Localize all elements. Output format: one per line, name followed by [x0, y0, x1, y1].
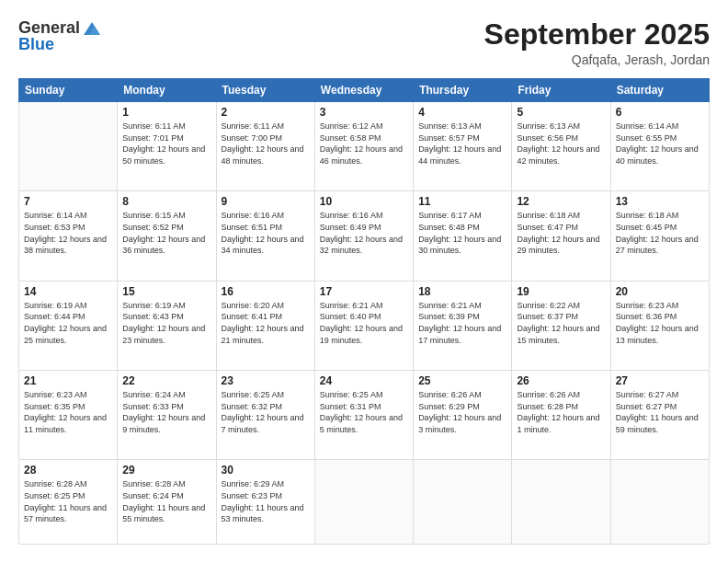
cell-sunrise: Sunrise: 6:14 AMSunset: 6:55 PMDaylight:…: [616, 121, 699, 166]
header-wednesday: Wednesday: [314, 79, 413, 102]
calendar-week-row: 28 Sunrise: 6:28 AMSunset: 6:25 PMDaylig…: [19, 460, 710, 545]
table-row: 24 Sunrise: 6:25 AMSunset: 6:31 PMDaylig…: [314, 371, 413, 460]
cell-sunrise: Sunrise: 6:21 AMSunset: 6:40 PMDaylight:…: [320, 301, 403, 345]
cell-sunrise: Sunrise: 6:19 AMSunset: 6:43 PMDaylight:…: [122, 301, 205, 345]
day-number: 3: [320, 106, 408, 119]
cell-sunrise: Sunrise: 6:28 AMSunset: 6:25 PMDaylight:…: [24, 479, 107, 523]
cell-sunrise: Sunrise: 6:18 AMSunset: 6:47 PMDaylight:…: [517, 211, 599, 255]
calendar-table: Sunday Monday Tuesday Wednesday Thursday…: [18, 78, 710, 545]
day-number: 29: [122, 464, 210, 477]
day-number: 25: [418, 374, 506, 387]
calendar-week-row: 14 Sunrise: 6:19 AMSunset: 6:44 PMDaylig…: [19, 281, 710, 370]
table-row: 25 Sunrise: 6:26 AMSunset: 6:29 PMDaylig…: [414, 371, 512, 460]
table-row: 2 Sunrise: 6:11 AMSunset: 7:00 PMDayligh…: [216, 102, 314, 191]
cell-sunrise: Sunrise: 6:15 AMSunset: 6:52 PMDaylight:…: [122, 211, 205, 255]
day-number: 4: [418, 106, 506, 119]
logo: General Blue: [18, 18, 102, 55]
logo-icon: [82, 18, 102, 39]
day-number: 8: [122, 195, 210, 208]
table-row: 15 Sunrise: 6:19 AMSunset: 6:43 PMDaylig…: [118, 281, 216, 370]
cell-sunrise: Sunrise: 6:29 AMSunset: 6:23 PMDaylight:…: [222, 479, 304, 523]
table-row: 28 Sunrise: 6:28 AMSunset: 6:25 PMDaylig…: [19, 460, 118, 545]
day-number: 7: [24, 195, 112, 208]
calendar-week-row: 7 Sunrise: 6:14 AMSunset: 6:53 PMDayligh…: [19, 191, 710, 281]
table-row: 20 Sunrise: 6:23 AMSunset: 6:36 PMDaylig…: [610, 281, 709, 370]
table-row: 19 Sunrise: 6:22 AMSunset: 6:37 PMDaylig…: [512, 281, 610, 370]
day-number: 5: [517, 106, 605, 119]
day-number: 13: [616, 195, 704, 208]
cell-sunrise: Sunrise: 6:17 AMSunset: 6:48 PMDaylight:…: [418, 211, 501, 255]
header-thursday: Thursday: [414, 79, 512, 102]
cell-sunrise: Sunrise: 6:16 AMSunset: 6:49 PMDaylight:…: [320, 211, 403, 255]
header-tuesday: Tuesday: [216, 79, 314, 102]
table-row: 18 Sunrise: 6:21 AMSunset: 6:39 PMDaylig…: [414, 281, 512, 370]
day-number: 9: [222, 195, 310, 208]
logo-blue-text: Blue: [18, 35, 54, 55]
cell-sunrise: Sunrise: 6:26 AMSunset: 6:28 PMDaylight:…: [517, 390, 599, 434]
month-year-title: September 2025: [484, 18, 710, 51]
location-subtitle: Qafqafa, Jerash, Jordan: [484, 52, 710, 67]
table-row: [512, 460, 610, 545]
cell-sunrise: Sunrise: 6:21 AMSunset: 6:39 PMDaylight:…: [418, 301, 501, 345]
calendar-body: 1 Sunrise: 6:11 AMSunset: 7:01 PMDayligh…: [19, 102, 710, 545]
day-number: 6: [616, 106, 704, 119]
table-row: 13 Sunrise: 6:18 AMSunset: 6:45 PMDaylig…: [610, 191, 709, 281]
day-number: 30: [222, 464, 310, 477]
day-number: 22: [122, 374, 210, 387]
day-number: 17: [320, 285, 408, 298]
day-number: 11: [418, 195, 506, 208]
table-row: [314, 460, 413, 545]
table-row: 14 Sunrise: 6:19 AMSunset: 6:44 PMDaylig…: [19, 281, 118, 370]
table-row: 10 Sunrise: 6:16 AMSunset: 6:49 PMDaylig…: [314, 191, 413, 281]
cell-sunrise: Sunrise: 6:23 AMSunset: 6:36 PMDaylight:…: [616, 301, 699, 345]
cell-sunrise: Sunrise: 6:20 AMSunset: 6:41 PMDaylight:…: [222, 301, 304, 345]
day-number: 10: [320, 195, 408, 208]
cell-sunrise: Sunrise: 6:11 AMSunset: 7:00 PMDaylight:…: [222, 121, 304, 166]
header-saturday: Saturday: [610, 79, 709, 102]
day-number: 1: [122, 106, 210, 119]
cell-sunrise: Sunrise: 6:12 AMSunset: 6:58 PMDaylight:…: [320, 121, 403, 166]
day-number: 28: [24, 464, 112, 477]
table-row: [414, 460, 512, 545]
table-row: 22 Sunrise: 6:24 AMSunset: 6:33 PMDaylig…: [118, 371, 216, 460]
page: General Blue September 2025 Qafqafa, Jer…: [0, 0, 728, 563]
day-number: 19: [517, 285, 605, 298]
table-row: 30 Sunrise: 6:29 AMSunset: 6:23 PMDaylig…: [216, 460, 314, 545]
header-sunday: Sunday: [19, 79, 118, 102]
table-row: 4 Sunrise: 6:13 AMSunset: 6:57 PMDayligh…: [414, 102, 512, 191]
cell-sunrise: Sunrise: 6:19 AMSunset: 6:44 PMDaylight:…: [24, 301, 107, 345]
table-row: 21 Sunrise: 6:23 AMSunset: 6:35 PMDaylig…: [19, 371, 118, 460]
table-row: 29 Sunrise: 6:28 AMSunset: 6:24 PMDaylig…: [118, 460, 216, 545]
table-row: 23 Sunrise: 6:25 AMSunset: 6:32 PMDaylig…: [216, 371, 314, 460]
cell-sunrise: Sunrise: 6:13 AMSunset: 6:56 PMDaylight:…: [517, 121, 599, 166]
day-number: 15: [122, 285, 210, 298]
table-row: [19, 102, 118, 191]
calendar-week-row: 1 Sunrise: 6:11 AMSunset: 7:01 PMDayligh…: [19, 102, 710, 191]
day-number: 23: [222, 374, 310, 387]
day-number: 20: [616, 285, 704, 298]
cell-sunrise: Sunrise: 6:26 AMSunset: 6:29 PMDaylight:…: [418, 390, 501, 434]
day-number: 14: [24, 285, 112, 298]
table-row: 16 Sunrise: 6:20 AMSunset: 6:41 PMDaylig…: [216, 281, 314, 370]
day-number: 24: [320, 374, 408, 387]
cell-sunrise: Sunrise: 6:25 AMSunset: 6:32 PMDaylight:…: [222, 390, 304, 434]
cell-sunrise: Sunrise: 6:28 AMSunset: 6:24 PMDaylight:…: [122, 479, 205, 523]
day-number: 12: [517, 195, 605, 208]
table-row: 5 Sunrise: 6:13 AMSunset: 6:56 PMDayligh…: [512, 102, 610, 191]
cell-sunrise: Sunrise: 6:24 AMSunset: 6:33 PMDaylight:…: [122, 390, 205, 434]
table-row: 27 Sunrise: 6:27 AMSunset: 6:27 PMDaylig…: [610, 371, 709, 460]
header: General Blue September 2025 Qafqafa, Jer…: [18, 18, 710, 67]
title-block: September 2025 Qafqafa, Jerash, Jordan: [484, 18, 710, 67]
table-row: 7 Sunrise: 6:14 AMSunset: 6:53 PMDayligh…: [19, 191, 118, 281]
day-number: 21: [24, 374, 112, 387]
day-number: 18: [418, 285, 506, 298]
table-row: 1 Sunrise: 6:11 AMSunset: 7:01 PMDayligh…: [118, 102, 216, 191]
cell-sunrise: Sunrise: 6:23 AMSunset: 6:35 PMDaylight:…: [24, 390, 107, 434]
cell-sunrise: Sunrise: 6:14 AMSunset: 6:53 PMDaylight:…: [24, 211, 107, 255]
table-row: 8 Sunrise: 6:15 AMSunset: 6:52 PMDayligh…: [118, 191, 216, 281]
cell-sunrise: Sunrise: 6:11 AMSunset: 7:01 PMDaylight:…: [122, 121, 205, 166]
calendar-week-row: 21 Sunrise: 6:23 AMSunset: 6:35 PMDaylig…: [19, 371, 710, 460]
table-row: 26 Sunrise: 6:26 AMSunset: 6:28 PMDaylig…: [512, 371, 610, 460]
cell-sunrise: Sunrise: 6:22 AMSunset: 6:37 PMDaylight:…: [517, 301, 599, 345]
weekday-header-row: Sunday Monday Tuesday Wednesday Thursday…: [19, 79, 710, 102]
